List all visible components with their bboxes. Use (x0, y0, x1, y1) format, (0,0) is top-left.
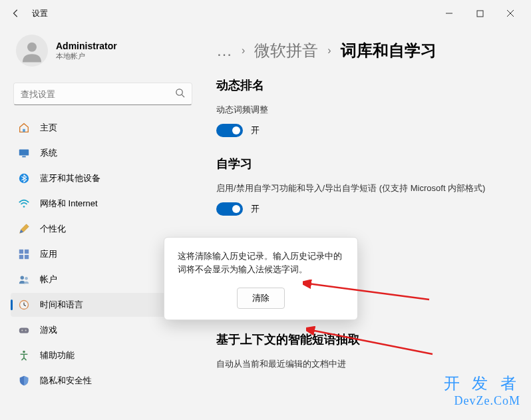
svg-rect-10 (19, 250, 23, 254)
avatar (16, 35, 48, 67)
back-button[interactable] (5, 3, 27, 24)
svg-point-9 (23, 206, 25, 208)
home-icon (17, 121, 31, 134)
dialog-text: 这将清除输入历史记录。输入历史记录中的词将不会显示为输入法候选字词。 (178, 250, 344, 276)
selflearn-toggle-label: 开 (251, 203, 260, 215)
user-profile[interactable]: Administrator 本地帐户 (11, 27, 195, 80)
section-dynrank-sub: 动态词频调整 (216, 104, 510, 116)
svg-point-20 (25, 329, 27, 331)
nav-label: 主页 (40, 122, 57, 134)
breadcrumb: … › 微软拼音 › 词库和自学习 (216, 40, 510, 61)
breadcrumb-prev[interactable]: 微软拼音 (254, 40, 318, 61)
shield-icon (17, 374, 31, 387)
confirm-dialog: 这将清除输入历史记录。输入历史记录中的词将不会显示为输入法候选字词。 清除 (164, 237, 358, 320)
system-icon (17, 146, 31, 160)
search-icon (175, 88, 185, 101)
nav-label: 辅助功能 (40, 349, 75, 361)
nav-label: 应用 (40, 248, 57, 260)
svg-point-3 (176, 89, 182, 95)
gaming-icon (17, 323, 31, 337)
titlebar: 设置 (0, 0, 531, 27)
svg-point-19 (21, 329, 23, 331)
svg-rect-6 (19, 150, 29, 156)
svg-point-14 (21, 276, 24, 280)
svg-point-15 (25, 277, 28, 280)
bluetooth-icon (17, 172, 31, 185)
nav-gaming[interactable]: 游戏 (11, 318, 195, 342)
breadcrumb-dots[interactable]: … (216, 41, 232, 60)
nav-label: 游戏 (40, 324, 57, 336)
chevron-right-icon: › (242, 45, 245, 57)
svg-rect-18 (19, 327, 29, 333)
nav-label: 个性化 (40, 223, 66, 235)
dynrank-toggle-label: 开 (251, 124, 260, 136)
minimize-button[interactable] (434, 3, 464, 24)
window-title: 设置 (32, 8, 48, 19)
accessibility-icon (17, 349, 31, 362)
nav-privacy[interactable]: 隐私和安全性 (11, 369, 195, 393)
apps-icon (17, 248, 31, 261)
section-selflearn-title: 自学习 (216, 156, 510, 172)
svg-rect-7 (22, 156, 25, 158)
section-context-title: 基于上下文的智能短语抽取 (216, 331, 510, 347)
nav-label: 网络和 Internet (40, 198, 98, 210)
sidebar: Administrator 本地帐户 主页 系统 蓝牙和其他设备 网络和 Int… (0, 27, 203, 420)
section-dynrank-title: 动态排名 (216, 77, 510, 93)
nav-label: 帐户 (40, 274, 57, 286)
search-box[interactable] (13, 83, 192, 105)
nav-home[interactable]: 主页 (11, 116, 195, 140)
nav-label: 蓝牙和其他设备 (40, 172, 100, 184)
paint-icon (17, 222, 31, 236)
selflearn-toggle[interactable] (216, 202, 243, 216)
nav-accessibility[interactable]: 辅助功能 (11, 343, 195, 367)
nav-label: 隐私和安全性 (40, 375, 92, 387)
svg-rect-5 (23, 129, 25, 132)
svg-line-4 (182, 95, 184, 97)
nav-system[interactable]: 系统 (11, 141, 195, 165)
dialog-confirm-button[interactable]: 清除 (237, 288, 285, 309)
maximize-button[interactable] (464, 3, 495, 24)
dynrank-toggle[interactable] (216, 124, 243, 137)
nav-network[interactable]: 网络和 Internet (11, 192, 195, 216)
clock-icon (17, 298, 31, 312)
section-selflearn-sub: 启用/禁用自学习功能和导入/导出自学短语 (仅支持 Microsoft 内部格式… (216, 182, 510, 194)
chevron-right-icon: › (327, 45, 331, 57)
search-input[interactable] (21, 89, 175, 99)
svg-rect-12 (19, 255, 23, 259)
nav-bluetooth[interactable]: 蓝牙和其他设备 (11, 166, 195, 190)
svg-rect-13 (25, 255, 29, 259)
breadcrumb-current: 词库和自学习 (341, 40, 437, 61)
nav-label: 系统 (40, 147, 57, 159)
svg-point-2 (27, 43, 37, 52)
svg-rect-1 (477, 11, 483, 17)
section-context-sub: 自动从当前和最近编辑的文档中进 (216, 358, 510, 370)
user-sub: 本地帐户 (56, 51, 117, 61)
user-name: Administrator (56, 41, 117, 51)
svg-point-21 (23, 351, 25, 353)
nav-label: 时间和语言 (40, 299, 83, 311)
main-content: … › 微软拼音 › 词库和自学习 动态排名 动态词频调整 开 自学习 启用/禁… (203, 27, 531, 420)
accounts-icon (17, 273, 31, 286)
close-button[interactable] (495, 3, 526, 24)
wifi-icon (17, 197, 31, 210)
svg-rect-11 (25, 250, 29, 254)
